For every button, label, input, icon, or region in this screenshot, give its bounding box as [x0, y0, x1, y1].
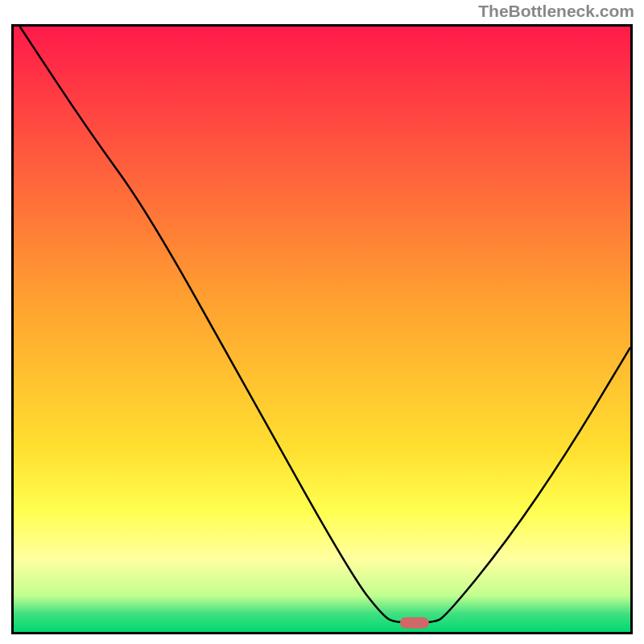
watermark: TheBottleneck.com: [478, 2, 634, 21]
gradient-background: [14, 27, 630, 632]
bottleneck-chart: [11, 24, 633, 634]
optimal-marker: [400, 617, 429, 629]
chart-svg: [14, 27, 630, 632]
